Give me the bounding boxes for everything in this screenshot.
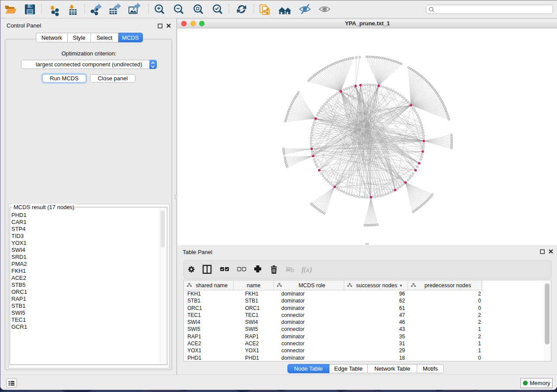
svg-text:f(x): f(x) — [301, 265, 312, 274]
